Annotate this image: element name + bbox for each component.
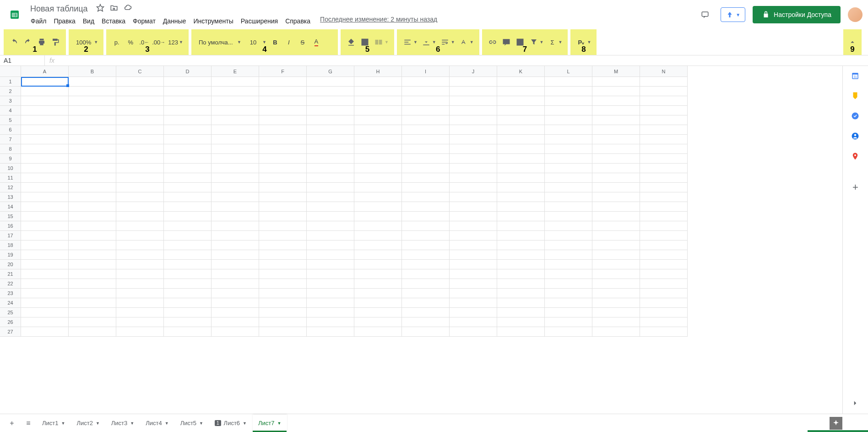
cell[interactable] [402, 221, 450, 231]
row-header[interactable]: 17 [0, 231, 21, 241]
row-header[interactable]: 19 [0, 250, 21, 260]
cell[interactable] [402, 289, 450, 298]
cell[interactable] [164, 183, 212, 192]
cell[interactable] [307, 96, 354, 106]
cell[interactable] [497, 212, 545, 221]
cell[interactable] [354, 164, 402, 173]
cell[interactable] [402, 144, 450, 154]
cell[interactable] [640, 87, 688, 96]
cell[interactable] [450, 115, 497, 125]
cell[interactable] [259, 298, 307, 308]
cell[interactable] [354, 269, 402, 279]
cell[interactable] [259, 115, 307, 125]
cell[interactable] [592, 250, 640, 260]
cell[interactable] [545, 241, 592, 250]
cell[interactable] [116, 231, 164, 241]
cell[interactable] [307, 144, 354, 154]
cell[interactable] [212, 164, 259, 173]
cell[interactable] [545, 173, 592, 183]
cell[interactable] [497, 327, 545, 337]
cell[interactable] [116, 212, 164, 221]
cell[interactable] [116, 135, 164, 144]
menu-file[interactable]: Файл [27, 16, 49, 27]
cell[interactable] [212, 298, 259, 308]
cell[interactable] [592, 260, 640, 269]
cell[interactable] [450, 144, 497, 154]
cell[interactable] [307, 173, 354, 183]
cell[interactable] [69, 154, 116, 164]
cell[interactable] [259, 192, 307, 202]
row-header[interactable]: 1 [0, 77, 21, 87]
cell[interactable] [354, 125, 402, 135]
cell[interactable] [259, 260, 307, 269]
cell[interactable] [21, 212, 69, 221]
cell[interactable] [354, 279, 402, 289]
cell[interactable] [545, 125, 592, 135]
cell[interactable] [592, 154, 640, 164]
column-header[interactable]: D [164, 66, 212, 77]
cell[interactable] [116, 164, 164, 173]
column-header[interactable]: L [545, 66, 592, 77]
cell[interactable] [402, 154, 450, 164]
cell[interactable] [592, 192, 640, 202]
cell[interactable] [592, 289, 640, 298]
cell[interactable] [354, 212, 402, 221]
comments-icon[interactable] [697, 6, 713, 23]
cell[interactable] [450, 327, 497, 337]
cell[interactable] [497, 106, 545, 115]
cell[interactable] [545, 231, 592, 241]
cell[interactable] [307, 327, 354, 337]
row-header[interactable]: 12 [0, 183, 21, 192]
cell[interactable] [402, 164, 450, 173]
paint-format-icon[interactable] [49, 36, 61, 49]
cell[interactable] [116, 183, 164, 192]
cell[interactable] [450, 212, 497, 221]
cell[interactable] [21, 269, 69, 279]
cell[interactable] [69, 173, 116, 183]
sheet-tab[interactable]: Лист5▼ [175, 415, 209, 432]
menu-insert[interactable]: Вставка [98, 16, 129, 27]
select-all-corner[interactable] [0, 66, 21, 77]
cell[interactable] [307, 192, 354, 202]
horizontal-align-icon[interactable] [401, 36, 413, 49]
cell[interactable] [592, 173, 640, 183]
keep-icon[interactable] [851, 92, 860, 101]
cell[interactable] [116, 77, 164, 87]
row-header[interactable]: 2 [0, 87, 21, 96]
cell[interactable] [116, 221, 164, 231]
cell[interactable] [21, 327, 69, 337]
cloud-icon[interactable] [124, 4, 132, 14]
cell[interactable] [212, 279, 259, 289]
sheet-tab[interactable]: Лист1▼ [37, 415, 71, 432]
cell[interactable] [21, 260, 69, 269]
cell[interactable] [640, 231, 688, 241]
cell[interactable] [307, 269, 354, 279]
document-title[interactable]: Новая таблица [27, 3, 91, 15]
cell[interactable] [592, 317, 640, 327]
cell[interactable] [450, 289, 497, 298]
cell[interactable] [402, 87, 450, 96]
cell[interactable] [164, 125, 212, 135]
column-header[interactable]: N [640, 66, 688, 77]
menu-format[interactable]: Формат [130, 16, 159, 27]
cell[interactable] [592, 87, 640, 96]
cell[interactable] [69, 298, 116, 308]
cell[interactable] [212, 115, 259, 125]
cell[interactable] [545, 221, 592, 231]
cell[interactable] [21, 87, 69, 96]
cell[interactable] [164, 202, 212, 212]
cell[interactable] [164, 250, 212, 260]
present-button[interactable]: ▼ [721, 7, 745, 22]
cell[interactable] [545, 260, 592, 269]
cell[interactable] [116, 327, 164, 337]
cell[interactable] [259, 202, 307, 212]
cell[interactable] [259, 317, 307, 327]
menu-edit[interactable]: Правка [50, 16, 78, 27]
cell[interactable] [116, 125, 164, 135]
explore-button[interactable] [830, 417, 842, 430]
cell[interactable] [21, 317, 69, 327]
cell[interactable] [450, 250, 497, 260]
cell[interactable] [354, 77, 402, 87]
column-header[interactable]: F [259, 66, 307, 77]
cell[interactable] [640, 192, 688, 202]
